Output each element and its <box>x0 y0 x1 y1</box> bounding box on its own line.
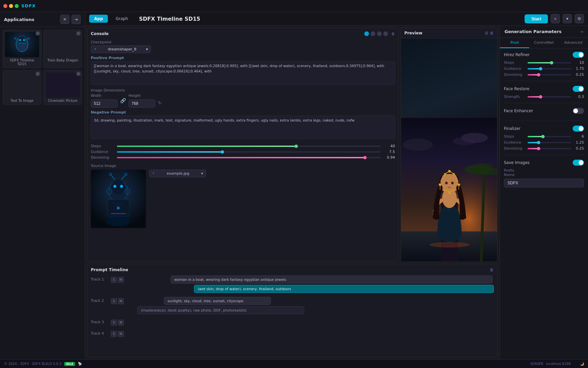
track-4-m-btn[interactable]: M <box>118 331 124 337</box>
track-1-m-btn[interactable]: M <box>118 277 124 283</box>
finalizer-guidance-track[interactable] <box>528 142 571 143</box>
steps-track[interactable] <box>117 146 381 147</box>
sidebar-card-cinematic[interactable]: ✕ Cinematic Picture <box>43 70 82 105</box>
finalizer-steps-value: 6 <box>573 134 584 139</box>
save-images-toggle-row: Save Images <box>504 160 584 166</box>
refresh-icon[interactable] <box>158 96 162 106</box>
svg-point-49 <box>453 173 455 175</box>
gen-tab-prod[interactable]: Prod <box>500 38 529 48</box>
finalizer-guidance-label: Guidance <box>504 140 526 145</box>
track-row-4: Track 4 S M <box>91 330 494 337</box>
width-input[interactable] <box>91 100 118 108</box>
expand-icon: ⇥ <box>74 17 78 22</box>
settings-nav-btn[interactable] <box>575 14 584 23</box>
window-maximize-btn[interactable] <box>15 4 19 8</box>
window-minimize-btn[interactable] <box>9 4 13 8</box>
card-close-btn-3[interactable]: ✕ <box>35 71 40 76</box>
hirez-steps-track[interactable] <box>528 62 571 63</box>
face-restore-toggle[interactable] <box>573 86 584 92</box>
console-dot-btn-2[interactable] <box>371 31 375 36</box>
guidance-value: 7.5 <box>383 150 395 154</box>
steps-value: 40 <box>383 144 395 148</box>
track-1-s-btn[interactable]: S <box>111 277 117 283</box>
trash-icon[interactable]: 🗑 <box>391 32 395 36</box>
sidebar-expand-btn[interactable]: ⇥ <box>71 15 81 24</box>
prefix-name-input[interactable] <box>504 179 584 187</box>
window-close-btn[interactable] <box>3 4 7 8</box>
denoising-track[interactable] <box>117 157 381 158</box>
svg-point-37 <box>403 139 433 151</box>
nav-tab-graph[interactable]: Graph <box>111 15 133 23</box>
build-text: SDFX BUILD 0.8.3 <box>32 362 61 366</box>
console-dot-btn-3[interactable] <box>377 31 382 36</box>
expand-nav-btn[interactable]: » <box>551 14 560 23</box>
finalizer-steps-track[interactable] <box>528 136 571 137</box>
track-1-item-2[interactable]: (wet skin, drop of water), scenery, thai… <box>194 285 494 293</box>
finalizer-steps-thumb <box>541 135 545 138</box>
gen-params-expand-icon[interactable]: ⇥ <box>580 29 583 34</box>
face-restore-strength-track[interactable] <box>528 96 571 98</box>
sidebar-header: Applications ✕ ⇥ <box>0 12 85 27</box>
hirez-guidance-label: Guidance <box>504 66 526 71</box>
track-4-s-btn[interactable]: S <box>111 331 117 337</box>
sidebar-card-text-to-image[interactable]: ✕ Text To Image <box>3 70 41 105</box>
svg-point-51 <box>445 182 448 184</box>
finalizer-section: Finalizer Steps 6 <box>504 126 584 155</box>
hirez-label: Hirez Refiner <box>504 52 530 57</box>
track-2-m-btn[interactable]: M <box>118 298 124 304</box>
track-2-item-2[interactable]: (masterpiece), (best quality), raw photo… <box>137 306 304 314</box>
status-badge: IDLE <box>64 362 75 366</box>
start-button[interactable]: Start <box>525 14 548 23</box>
svg-point-52 <box>451 182 454 184</box>
gen-tab-advanced[interactable]: Advanced <box>559 38 588 48</box>
hirez-toggle[interactable] <box>573 52 584 58</box>
negative-prompt-section: Negative Prompt 3d, drawing, painting, i… <box>91 110 395 140</box>
chevron-right-icon: » <box>554 16 556 21</box>
positive-prompt-input[interactable]: [[woman in a boat, wearing dark fantasy … <box>91 61 395 84</box>
track-3-m-btn[interactable]: M <box>118 320 124 326</box>
denoising-slider-row: Denoising 0.94 <box>91 155 395 160</box>
preview-expand-icon[interactable]: ⊞ <box>485 31 488 35</box>
timeline-trash-icon[interactable]: 🗑 <box>490 267 494 272</box>
track-3-s-btn[interactable]: S <box>111 320 117 326</box>
sidebar-card-sdfx-timeline[interactable]: ✕ SDFX Timeline SD15 <box>3 30 41 68</box>
checkpoint-select[interactable]: ⚡ dreamshaper_8 ▾ <box>91 45 151 53</box>
wifi-icon: 📡 <box>78 362 82 366</box>
track-2-label: Track 2 <box>91 297 108 303</box>
sidebar-card-train-baby[interactable]: ✕ Train Baby Dragon <box>43 30 82 68</box>
track-2-s-btn[interactable]: S <box>111 298 117 304</box>
console-preview-area: Console 🗑 Checkpoint <box>85 26 500 359</box>
card-label-cinematic: Cinematic Picture <box>46 99 80 103</box>
track-1-item-1[interactable]: woman in a boat, wearing dark fantasy eg… <box>171 275 493 284</box>
console-dot-btn-1[interactable] <box>364 31 369 36</box>
face-enhancer-section: Face Enhancer <box>504 108 584 121</box>
card-close-btn-4[interactable]: ✕ <box>76 71 81 76</box>
finalizer-toggle[interactable] <box>573 126 584 132</box>
dimensions-label: Image Dimensions <box>91 88 395 93</box>
moon-icon: 🌙 <box>580 362 584 366</box>
track-2-item-1[interactable]: sunlight, sky, cloud, tree, sunset, city… <box>164 297 271 305</box>
sidebar-close-btn[interactable]: ✕ <box>60 15 69 24</box>
console-dot-btn-4[interactable] <box>383 31 388 36</box>
face-enhancer-toggle[interactable] <box>573 108 584 114</box>
nav-tab-app[interactable]: App <box>89 15 108 23</box>
hirez-denoising-track[interactable] <box>528 74 571 75</box>
save-images-toggle[interactable] <box>573 160 584 166</box>
dropdown-nav-btn[interactable]: ▾ <box>563 14 572 23</box>
source-image-file-select[interactable]: ⚡ example.jpg ▾ <box>149 170 206 177</box>
preview-trash-icon[interactable]: 🗑 <box>490 31 494 35</box>
negative-prompt-input[interactable]: 3d, drawing, painting, illustration, mar… <box>91 116 395 139</box>
card-close-btn-2[interactable]: ✕ <box>76 31 81 36</box>
card-close-btn[interactable]: ✕ <box>35 31 40 36</box>
guidance-track[interactable] <box>117 151 381 153</box>
height-label: Height <box>129 94 155 98</box>
preview-title: Preview <box>404 31 422 35</box>
preview-header: Preview ⊞ 🗑 <box>401 28 497 38</box>
finalizer-denoising-track[interactable] <box>528 148 571 149</box>
finalizer-label: Finalizer <box>504 126 521 131</box>
gen-tab-controlnet[interactable]: ControlNet <box>529 38 559 48</box>
server-address: localhost:8188 <box>546 362 571 366</box>
height-input[interactable] <box>129 100 155 108</box>
hirez-guidance-thumb <box>539 67 542 70</box>
hirez-guidance-track[interactable] <box>528 68 571 69</box>
